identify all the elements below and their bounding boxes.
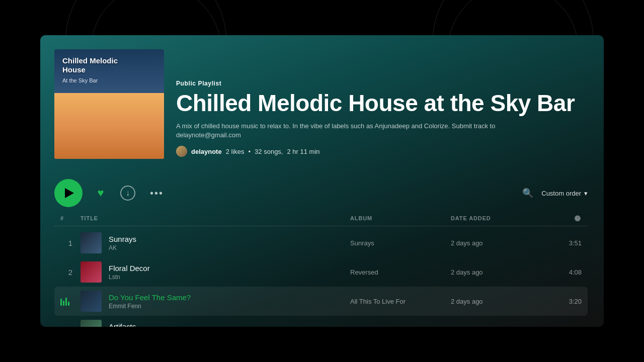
track-thumbnail: [80, 320, 102, 327]
playlist-description: A mix of chilled house music to relax to…: [176, 122, 538, 140]
track-text: Do You Feel The Same? Emmit Fenn: [109, 293, 191, 310]
track-duration-cell: 3:51: [541, 239, 582, 247]
track-artist: Lstn: [109, 274, 150, 281]
track-name: Artifacts: [109, 322, 136, 327]
track-info-cell: Do You Feel The Same? Emmit Fenn: [80, 291, 350, 312]
search-button[interactable]: 🔍: [522, 188, 533, 199]
col-header-album: Album: [350, 215, 451, 222]
track-num-cell: 1: [60, 239, 80, 247]
controls-bar: ♥ ↓ ••• 🔍 Custom order ▾: [40, 171, 604, 215]
album-art: Chilled MelodicHouse At the Sky Bar: [54, 49, 164, 159]
track-thumbnail: [80, 261, 102, 283]
duration: 2 hr 11 min: [287, 148, 319, 155]
chevron-down-icon: ▾: [584, 190, 588, 197]
track-artist: AK: [109, 244, 136, 251]
album-art-title: Chilled MelodicHouse: [62, 56, 118, 74]
clock-icon: 🕐: [574, 215, 582, 221]
col-header-title: Title: [80, 215, 350, 222]
track-date-cell: 2 days ago: [451, 239, 541, 247]
controls-right: 🔍 Custom order ▾: [522, 188, 588, 199]
table-header: # Title Album Date added 🕐: [54, 215, 588, 226]
track-album-cell: Reversed: [350, 268, 451, 276]
play-icon: [65, 188, 74, 198]
col-header-number: #: [60, 215, 80, 222]
track-number: 2: [68, 268, 72, 277]
track-info-cell: Artifacts Rezident: [80, 320, 350, 327]
track-info-cell: Floral Decor Lstn: [80, 261, 350, 283]
separator: •: [249, 148, 251, 155]
col-header-date: Date added: [451, 215, 541, 222]
like-button[interactable]: ♥: [92, 184, 110, 202]
album-art-text: Chilled MelodicHouse At the Sky Bar: [62, 56, 118, 83]
download-circle: ↓: [120, 186, 135, 201]
playing-icon: [60, 297, 80, 306]
album-art-clouds: [54, 93, 164, 159]
download-button[interactable]: ↓: [119, 184, 137, 202]
track-text: Floral Decor Lstn: [109, 264, 150, 281]
download-icon: ↓: [126, 189, 130, 198]
search-icon: 🔍: [522, 188, 533, 198]
track-duration-cell: 4:08: [541, 268, 582, 276]
track-text: Artifacts Rezident: [109, 322, 136, 327]
track-name: Sunrays: [109, 235, 136, 243]
table-row[interactable]: 1 Sunrays AK Sunrays 2 days ago 3:51: [54, 228, 588, 257]
track-num-cell: 4: [60, 326, 80, 327]
playlist-title: Chilled Melodic House at the Sky Bar: [176, 91, 588, 115]
track-name: Floral Decor: [109, 264, 150, 273]
owner-avatar: [176, 146, 187, 157]
track-date-cell: 2 days ago: [451, 298, 541, 305]
sort-label: Custom order: [541, 190, 581, 197]
track-album-cell: All This To Live For: [350, 298, 451, 305]
track-info-cell: Sunrays AK: [80, 232, 350, 253]
track-album-cell: Definition: [350, 327, 451, 327]
sort-order-button[interactable]: Custom order ▾: [541, 190, 588, 197]
table-row[interactable]: 4 Artifacts Rezident Definition 2 days a…: [54, 316, 588, 327]
more-options-button[interactable]: •••: [146, 186, 168, 201]
track-thumbnail: [80, 291, 102, 312]
album-art-subtitle: At the Sky Bar: [62, 77, 118, 83]
heart-icon: ♥: [97, 187, 104, 200]
header-info: Public Playlist Chilled Melodic House at…: [176, 80, 588, 159]
main-card: Chilled MelodicHouse At the Sky Bar Publ…: [40, 35, 604, 327]
track-duration-cell: 4:04: [541, 327, 582, 327]
track-table: # Title Album Date added 🕐 1 Sunrays AK …: [40, 215, 604, 327]
track-album-cell: Sunrays: [350, 239, 451, 247]
track-num-cell: 2: [60, 268, 80, 277]
playlist-type-label: Public Playlist: [176, 80, 588, 87]
likes-count: 2 likes: [226, 148, 245, 155]
track-text: Sunrays AK: [109, 235, 136, 251]
track-date-cell: 2 days ago: [451, 268, 541, 276]
playlist-meta: delaynote 2 likes • 32 songs, 2 hr 11 mi…: [176, 146, 588, 157]
track-artist: Emmit Fenn: [109, 303, 191, 310]
table-row[interactable]: 2 Floral Decor Lstn Reversed 2 days ago …: [54, 257, 588, 287]
tracks-list: 1 Sunrays AK Sunrays 2 days ago 3:51 2 F…: [54, 228, 588, 327]
track-date-cell: 2 days ago: [451, 327, 541, 327]
track-number: 1: [68, 239, 72, 247]
more-icon: •••: [150, 188, 164, 199]
col-header-duration: 🕐: [541, 215, 582, 222]
play-button[interactable]: [54, 179, 83, 207]
track-thumbnail: [80, 232, 102, 253]
songs-count: 32 songs,: [255, 148, 283, 155]
track-num-cell: [60, 297, 80, 306]
track-duration-cell: 3:20: [541, 298, 582, 305]
track-number: 4: [68, 326, 72, 327]
owner-name[interactable]: delaynote: [191, 148, 222, 155]
track-name: Do You Feel The Same?: [109, 293, 191, 302]
header-section: Chilled MelodicHouse At the Sky Bar Publ…: [40, 35, 604, 171]
table-row[interactable]: Do You Feel The Same? Emmit Fenn All Thi…: [54, 287, 588, 316]
